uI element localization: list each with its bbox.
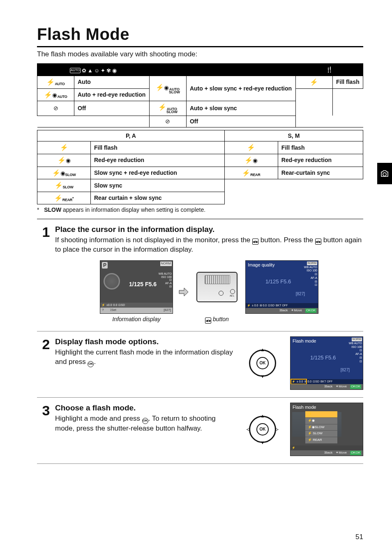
- ok-center: OK: [256, 423, 269, 436]
- set-label: Set: [111, 308, 116, 312]
- strip-item: ⚡: [292, 380, 295, 384]
- strip-item: BKT OFF: [276, 303, 288, 308]
- side-tab: [377, 163, 392, 184]
- text-part: Highlight the current flash mode in the …: [55, 348, 233, 366]
- cell-icon-auto-eye: ⚡◉AUTO: [37, 88, 74, 101]
- move-label: Move: [294, 308, 302, 312]
- cell-label: Fill flash: [332, 76, 363, 89]
- step1-illustrations: P 1/125 F5.6 NORM WB AUTOISO 100⊡AF-A⊟ ⚡…: [55, 260, 363, 324]
- step-number: 2: [37, 336, 55, 390]
- text-part: .: [94, 358, 96, 366]
- multi-selector: ◁ ▷ OK: [249, 416, 276, 443]
- cell-label: Red-eye reduction: [91, 154, 225, 167]
- cell-icon-bolt-slow: ⚡SLOW: [37, 179, 91, 192]
- flash-mode-table-top: AUTO ✿▲☺✦✾◉ 🍴 ⚡AUTO Auto ⚡◉AUTOSLOW Auto…: [37, 63, 363, 127]
- cell-label: Fill flash: [278, 141, 363, 154]
- screen-title: Image quality: [248, 262, 274, 268]
- step-text: Highlight a mode and press OK. To return…: [55, 414, 235, 433]
- arrow-right-icon: [179, 287, 189, 297]
- cell-icon-auto: ⚡AUTO: [37, 76, 74, 89]
- back-label: Back: [325, 385, 333, 388]
- cell-icon-autoslow: ⚡AUTOSLOW: [149, 101, 186, 116]
- shots-remaining: [827]: [341, 367, 350, 373]
- footnote-bold: SLOW: [44, 206, 61, 213]
- page-number: 51: [355, 533, 363, 542]
- cell-label: Off: [74, 101, 150, 116]
- viewfinder-graphic: [205, 275, 230, 284]
- item-label: ⚡◉SLOW: [308, 425, 325, 430]
- strip-item: ⚡: [101, 303, 105, 307]
- flash-mode-menu-screen: Flash mode ⚡ ⚡◉ ⚡◉SLOW ⚡ SLOW ⚡ REAR ⚡ ⟟…: [290, 403, 363, 456]
- cell-icon-off: ⊘: [149, 116, 186, 127]
- multi-selector: OK: [249, 350, 276, 377]
- strip-item: ± 0.0: [297, 380, 303, 384]
- cell-label: Auto + slow sync: [186, 101, 295, 116]
- footnote-rest: appears in information display when sett…: [61, 206, 205, 213]
- info-display-screen: P 1/125 F5.6 NORM WB AUTOISO 100⊡AF-A⊟ ⚡…: [100, 260, 173, 314]
- shutter-aperture: 1/125 F5.6: [129, 280, 157, 288]
- bottom-bar: ⟟Back ✦Move OKOK: [246, 308, 318, 313]
- text-part: button. Press the: [258, 236, 315, 244]
- list-item: ⚡ SLOW: [305, 431, 337, 437]
- page-title: Flash Mode: [37, 23, 363, 47]
- footnote: * SLOW appears in information display wh…: [37, 206, 363, 219]
- cell-icon-bolt-rear: ⚡REAR: [224, 167, 278, 179]
- cell-label: Auto + slow sync + red-eye reduction: [186, 76, 295, 101]
- cell-label: Auto: [74, 76, 150, 89]
- cell-icon-bolt: ⚡: [37, 141, 91, 154]
- list-item: ⚡◉: [305, 418, 337, 424]
- step-2: 2 Display flash mode options. Highlight …: [37, 331, 363, 398]
- right-settings: NORMWB AUTOISO 100⊡AF-A⊟⊡: [304, 262, 317, 287]
- multi-selector-graphic: OK: [240, 336, 285, 390]
- step-3: 3 Choose a flash mode. Highlight a mode …: [37, 398, 363, 464]
- step-title: Place the cursor in the information disp…: [55, 224, 363, 235]
- flash-mode-screen: Flash mode 1/125 F5.6 [827] NORMWB AUTOI…: [290, 336, 363, 390]
- screen-title: Flash mode: [293, 404, 316, 410]
- text-part: Highlight a mode and press: [55, 415, 142, 422]
- aperture-ring-graphic: [104, 273, 120, 290]
- ok-label: OK: [355, 385, 360, 388]
- strip-item: ⊡SD: [118, 303, 125, 307]
- cell-label: Auto + red-eye reduction: [74, 88, 150, 101]
- item-label: ⚡: [308, 412, 312, 417]
- strip-item: ±0.0: [106, 303, 112, 307]
- shots-remaining: [827]: [164, 308, 171, 313]
- screen-title: Flash mode: [293, 338, 316, 344]
- ok-center: OK: [256, 357, 269, 369]
- mode-p: P: [102, 262, 108, 269]
- ael-button-graphic: [230, 289, 235, 294]
- cell-icon-bolt-eye: ⚡◉: [37, 154, 91, 167]
- info-button-icon: i: [252, 239, 258, 245]
- help-glyph: ?: [102, 308, 104, 312]
- caption-info-display: Information display: [100, 315, 173, 323]
- item-label: ⚡◉: [308, 419, 315, 423]
- intro-text: The flash modes available vary with shoo…: [37, 50, 363, 59]
- text-part: If shooting information is not displayed…: [55, 236, 252, 244]
- quality-norm: NORM: [160, 262, 172, 266]
- camera-icon: [380, 170, 389, 178]
- shots-remaining: [827]: [296, 291, 305, 297]
- header-scene-modes: AUTO ✿▲☺✦✾◉: [37, 63, 150, 76]
- svg-point-0: [383, 173, 386, 176]
- shutter-aperture: 1/125 F5.6: [265, 278, 291, 285]
- footnote-star: *: [37, 206, 39, 213]
- header-pa: P, A: [37, 130, 225, 141]
- back-label: Back: [281, 308, 288, 312]
- bottom-bar: ⟟Back ✦Move OKOK: [291, 384, 363, 389]
- cell-label: Rear-curtain sync: [278, 167, 363, 179]
- off-icon: ⊘: [53, 105, 58, 111]
- item-label: ⚡ REAR: [308, 438, 322, 442]
- move-label: Move: [339, 385, 347, 388]
- step-text: Highlight the current flash mode in the …: [55, 348, 235, 367]
- cell-icon-bolt-eye: ⚡◉: [224, 154, 278, 167]
- ok-label: OK: [355, 451, 360, 454]
- cell-icon-autoslow-eye: ⚡◉AUTOSLOW: [149, 76, 186, 101]
- strip-item: ⊡SD: [268, 303, 274, 308]
- info-strip: ⚡: [291, 445, 363, 450]
- item-label: ⚡ SLOW: [308, 431, 323, 436]
- strip-item: 0.0: [113, 303, 118, 307]
- ok-button-icon: OK: [88, 361, 94, 367]
- camera-back-graphic: [194, 260, 240, 314]
- food-icon: 🍴: [326, 66, 333, 73]
- image-quality-screen: Image quality 1/125 F5.6 [827] NORMWB AU…: [245, 260, 318, 314]
